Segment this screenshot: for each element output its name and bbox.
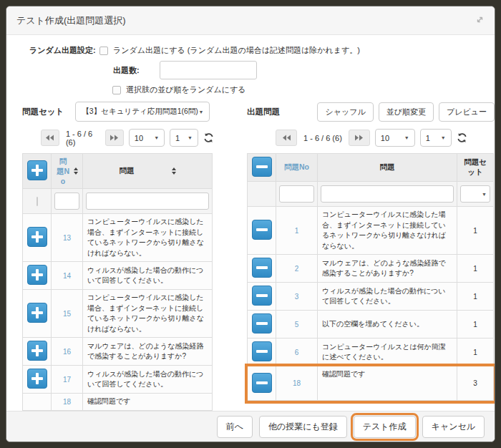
random-output-checkbox[interactable] <box>99 47 108 55</box>
question-text: 確認問題です <box>83 394 213 411</box>
page-number-value: 1 <box>175 134 180 142</box>
table-row: 5 以下の空欄を埋めてください。 1 <box>248 311 494 339</box>
add-question-button[interactable] <box>27 369 47 389</box>
page-size-select[interactable]: 10 ▼ <box>129 129 165 147</box>
table-row: 6 コンピューターウイルスとは何か簡潔に述べてください。 1 <box>248 339 494 366</box>
random-settings-label: ランダム出題設定: <box>29 45 99 56</box>
question-no-link[interactable]: 5 <box>276 311 318 339</box>
table-row: 14 ウィルスが感染した場合の動作について回答してください。 <box>23 262 213 290</box>
no-column-header: 問題No <box>56 157 70 185</box>
question-no-link[interactable]: 18 <box>52 394 83 411</box>
preview-button[interactable]: プレビュー <box>439 102 495 122</box>
add-question-button[interactable] <box>27 265 47 285</box>
set-filter-select[interactable]: ▼ <box>460 185 490 203</box>
remove-question-button[interactable] <box>252 258 272 278</box>
add-question-button[interactable] <box>27 341 47 361</box>
refresh-icon[interactable] <box>457 132 467 143</box>
question-no-link[interactable]: 6 <box>276 339 318 366</box>
dialog-title: テスト作成(出題問題選択) <box>16 14 126 27</box>
question-text: コンピューターウイルスに感染した場合、まずインターネットに接続しているネットワー… <box>83 290 213 338</box>
set-column-header: 問題セット <box>457 154 494 182</box>
no-filter-input[interactable] <box>54 193 79 210</box>
disabled-filter-box <box>37 197 38 206</box>
chevron-down-icon: ▼ <box>198 109 203 115</box>
modal-backdrop: テスト作成(出題問題選択) ランダム出題設定: ランダム出題にする (ランダム出… <box>0 0 501 448</box>
selected-questions-panel: 出題問題 シャッフル 並び順変更 プレビュー 1 - 6 / 6 (6) <box>247 101 495 411</box>
create-test-button[interactable]: テスト作成 <box>354 416 416 438</box>
question-filter-input[interactable] <box>86 193 209 210</box>
question-text: コンピューターウイルスに感染した場合、まずインターネットに接続しているネットワー… <box>318 207 457 255</box>
table-row: 1 コンピューターウイルスに感染した場合、まずインターネットに接続しているネット… <box>248 207 494 255</box>
last-page-button[interactable] <box>105 130 124 146</box>
filter-row <box>23 189 213 214</box>
remove-all-button[interactable] <box>252 157 272 177</box>
table-row: 13 コンピューターウイルスに感染した場合、まずインターネットに接続しているネッ… <box>23 214 213 262</box>
dialog-footer: 前へ 他の授業にも登録 テスト作成 キャンセル <box>6 411 495 442</box>
question-text: コンピューターウイルスに感染した場合、まずインターネットに接続しているネットワー… <box>83 214 213 262</box>
question-no-link[interactable]: 13 <box>52 214 83 262</box>
remove-question-button[interactable] <box>252 286 272 306</box>
left-pagination: 1 - 6 / 6 (6) 10 ▼ 1 ▼ <box>41 129 214 147</box>
page-number-select[interactable]: 1 ▼ <box>420 129 452 147</box>
first-page-button[interactable] <box>41 130 59 146</box>
remove-question-button[interactable] <box>252 313 272 333</box>
question-set-table: 問題No 問題 13 <box>22 153 213 411</box>
question-set-number: 1 <box>457 207 494 255</box>
question-set-number: 1 <box>457 339 494 366</box>
shuffle-button[interactable]: シャッフル <box>317 102 373 122</box>
refresh-icon[interactable] <box>203 132 214 143</box>
add-question-button[interactable] <box>27 227 47 247</box>
question-no-link[interactable]: 1 <box>276 207 318 255</box>
register-other-classes-button[interactable]: 他の授業にも登録 <box>259 416 347 438</box>
chevron-down-icon: ▼ <box>154 135 159 140</box>
question-no-link[interactable]: 17 <box>52 366 83 394</box>
table-row: 17 ウィルスが感染した場合の動作について回答してください。 <box>23 366 213 394</box>
page-number-select[interactable]: 1 ▼ <box>170 129 198 147</box>
sort-icon[interactable] <box>74 167 78 175</box>
table-row: 2 マルウェアは、どのような感染経路で感染することがありますか? 1 <box>248 255 494 283</box>
question-text: ウィルスが感染した場合の動作について回答してください。 <box>83 262 213 290</box>
shuffle-choices-checkbox-label: 選択肢の並び順をランダムにする <box>126 84 246 95</box>
question-no-link[interactable]: 15 <box>52 290 83 338</box>
add-all-button[interactable] <box>27 160 47 180</box>
question-no-link[interactable]: 18 <box>276 366 318 401</box>
remove-question-button[interactable] <box>252 341 272 361</box>
question-set-number: 3 <box>457 366 494 401</box>
remove-question-button[interactable] <box>252 373 272 393</box>
previous-button[interactable]: 前へ <box>217 416 253 438</box>
question-no-link[interactable]: 2 <box>276 255 318 283</box>
remove-question-button[interactable] <box>252 220 272 240</box>
question-no-link[interactable]: 16 <box>52 338 83 366</box>
question-no-link[interactable]: 14 <box>52 262 83 290</box>
question-text: 確認問題です <box>318 366 457 401</box>
first-page-button[interactable] <box>276 130 297 146</box>
sort-icon[interactable] <box>172 167 176 175</box>
question-set-number: 1 <box>457 311 494 339</box>
chevron-down-icon: ▼ <box>188 135 193 140</box>
cancel-button[interactable]: キャンセル <box>422 416 485 438</box>
question-set-select[interactable]: 【3】セキュリティ応用問題1(6問) ▼ <box>75 102 210 122</box>
reorder-button[interactable]: 並び順変更 <box>379 102 434 122</box>
page-size-select[interactable]: 10 ▼ <box>375 129 415 147</box>
question-text: ウィルスが感染した場合の動作について回答してください。 <box>318 283 457 311</box>
question-column-header: 問題 <box>120 165 135 176</box>
chevron-down-icon: ▼ <box>482 192 487 197</box>
add-question-button[interactable] <box>27 303 47 323</box>
table-row: 15 コンピューターウイルスに感染した場合、まずインターネットに接続しているネッ… <box>23 290 213 338</box>
random-output-checkbox-label: ランダム出題にする (ランダム出題の場合は記述問題は除かれます。) <box>113 45 360 56</box>
table-row-highlighted: 18 確認問題です 3 <box>248 366 494 401</box>
question-set-panel: 問題セット 【3】セキュリティ応用問題1(6問) ▼ 1 - 6 / 6 (6) <box>22 101 214 411</box>
no-filter-input[interactable] <box>279 185 314 203</box>
question-count-input[interactable] <box>160 61 257 79</box>
page-size-value: 10 <box>135 134 143 142</box>
no-column-header: 問題No <box>276 154 318 182</box>
question-no-link[interactable]: 3 <box>276 283 318 311</box>
resize-icon[interactable] <box>475 14 485 27</box>
last-page-button[interactable] <box>349 130 370 146</box>
selected-questions-table: 問題No 問題 問題セット ▼ <box>247 153 494 401</box>
shuffle-choices-checkbox[interactable] <box>112 86 121 94</box>
table-row: 16 マルウェアは、どのような感染経路で感染することがありますか? <box>23 338 213 366</box>
question-filter-input[interactable] <box>321 185 454 203</box>
page-size-value: 10 <box>381 134 389 142</box>
right-pagination: 1 - 6 / 6 (6) 10 ▼ 1 ▼ <box>276 129 495 147</box>
